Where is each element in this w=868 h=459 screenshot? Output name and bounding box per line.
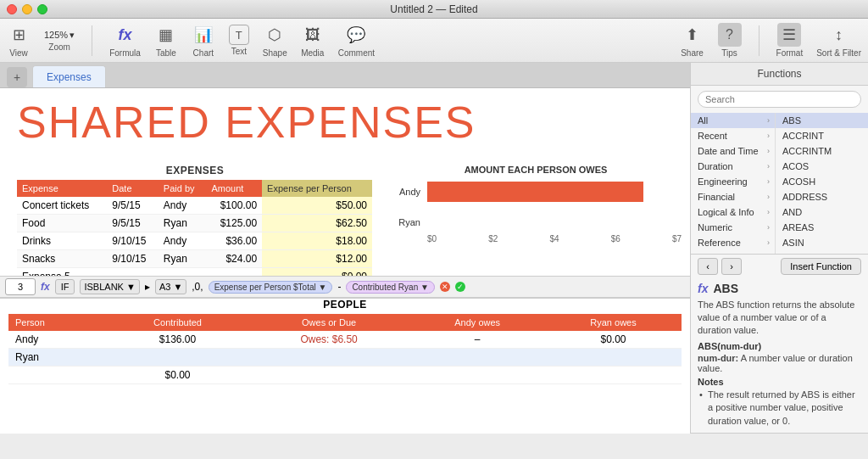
fn-detail-params: num-dur: A number value or duration valu…: [698, 353, 861, 373]
fn-and[interactable]: AND: [776, 204, 868, 220]
view-icon[interactable]: ⊞: [7, 23, 31, 47]
comment-group: 💬 Comment: [338, 23, 375, 58]
fx-symbol: fx: [41, 281, 50, 293]
table-row-selected[interactable]: Ryan: [8, 349, 682, 367]
format-icon[interactable]: ☰: [777, 23, 801, 47]
if-dropdown[interactable]: IF: [55, 279, 75, 294]
fn-accrint[interactable]: ACCRINT: [776, 128, 868, 143]
comment-label: Comment: [338, 48, 375, 58]
expenses-left-panel: EXPENSES Expense Date Paid by Amount Exp…: [17, 165, 373, 276]
table-row: Andy $136.00 Owes: $6.50 – $0.00: [8, 331, 682, 349]
functions-search-input[interactable]: [698, 91, 861, 108]
fn-prev-button[interactable]: ‹: [698, 258, 718, 275]
chart-label: Chart: [193, 48, 214, 58]
isblank-dropdown[interactable]: ISBLANK ▼: [80, 279, 139, 294]
media-label: Media: [301, 48, 324, 58]
view-label: View: [9, 48, 28, 58]
people-title: PEOPLE: [8, 299, 682, 311]
fn-acosh[interactable]: ACOSH: [776, 174, 868, 189]
category-financial[interactable]: Financial ›: [691, 189, 775, 204]
text-group: T Text: [229, 25, 249, 56]
col-per-person: Expense per Person: [262, 180, 372, 197]
contributed-tag[interactable]: Contributed Ryan ▼: [346, 281, 435, 294]
minimize-button[interactable]: [22, 4, 32, 14]
andy-bar: [427, 182, 643, 202]
fullscreen-button[interactable]: [37, 4, 47, 14]
category-duration[interactable]: Duration ›: [691, 159, 775, 174]
category-numeric[interactable]: Numeric ›: [691, 220, 775, 235]
media-icon[interactable]: 🖼: [301, 23, 325, 47]
col-expense: Expense: [17, 180, 107, 197]
shape-icon[interactable]: ⬡: [263, 23, 287, 47]
separator: [92, 25, 92, 56]
chart-title: AMOUNT EACH PERSON OWES: [381, 165, 690, 175]
bottom-sheet: PEOPLE Person Contributed Owes or Due An…: [0, 298, 690, 434]
col-paidby: Paid by: [159, 180, 207, 197]
formula-icon[interactable]: fx: [113, 23, 136, 47]
ryan-label: Ryan: [390, 217, 420, 227]
ryan-bar-wrapper: [427, 212, 682, 232]
col-owes-due: Owes or Due: [248, 314, 410, 331]
fn-accrintm[interactable]: ACCRINTM: [776, 143, 868, 159]
table-label: Table: [156, 48, 176, 58]
functions-list: ABS ACCRINT ACCRINTM ACOS ACOSH ADDRESS …: [776, 113, 868, 254]
col-ryan-owes: Ryan owes: [545, 314, 682, 331]
andy-label: Andy: [390, 187, 420, 197]
category-date-time[interactable]: Date and Time ›: [691, 143, 775, 159]
table-group: ▦ Table: [154, 23, 178, 58]
insert-function-button[interactable]: Insert Function: [781, 258, 861, 275]
table-row: Concert tickets 9/5/15 Andy $100.00 $50.…: [17, 197, 372, 215]
fn-acos[interactable]: ACOS: [776, 159, 868, 174]
tips-group: ? Tips: [718, 23, 742, 58]
comment-icon[interactable]: 💬: [344, 23, 368, 47]
zoom-value[interactable]: 125% ▾: [44, 30, 75, 41]
category-reference[interactable]: Reference ›: [691, 235, 775, 250]
fn-asin[interactable]: ASIN: [776, 235, 868, 250]
cell-reference[interactable]: 3: [5, 278, 36, 295]
share-group: ⬆ Share: [681, 23, 704, 58]
add-tab-button[interactable]: +: [7, 67, 27, 87]
fn-address[interactable]: ADDRESS: [776, 189, 868, 204]
table-icon[interactable]: ▦: [154, 23, 178, 47]
sheet-area: + Expenses SHARED EXPENSES EXPENSES Expe…: [0, 63, 690, 434]
media-group: 🖼 Media: [301, 23, 325, 58]
col-contributed: Contributed: [107, 314, 248, 331]
expense-tag[interactable]: Expense per Person $Total ▼: [209, 281, 333, 294]
accept-formula-button[interactable]: ✓: [455, 282, 465, 292]
text-icon[interactable]: T: [229, 25, 249, 45]
view-group: ⊞ View: [7, 23, 31, 58]
people-section: PEOPLE Person Contributed Owes or Due An…: [0, 299, 690, 384]
fn-notes-title: Notes: [698, 377, 861, 387]
category-logical[interactable]: Logical & Info ›: [691, 204, 775, 220]
tab-bar: + Expenses: [0, 63, 690, 88]
fn-detail-area: fx ABS The ABS function returns the abso…: [691, 278, 868, 434]
formula-sep: ▸: [145, 281, 150, 293]
category-engineering[interactable]: Engineering ›: [691, 174, 775, 189]
fn-next-button[interactable]: ›: [721, 258, 742, 275]
chart-icon[interactable]: 📊: [192, 23, 215, 47]
andy-bar-wrapper: [427, 182, 682, 202]
close-button[interactable]: [7, 4, 17, 14]
fn-abs[interactable]: ABS: [776, 113, 868, 128]
table-row: Food 9/5/15 Ryan $125.00 $62.50: [17, 215, 372, 232]
tab-expenses[interactable]: Expenses: [32, 65, 106, 87]
expenses-section-title: EXPENSES: [17, 165, 373, 176]
separator-2: [759, 25, 760, 56]
sort-filter-icon[interactable]: ↕: [827, 23, 851, 47]
andy-bar-row: Andy: [390, 182, 682, 202]
share-icon[interactable]: ⬆: [681, 23, 704, 47]
cancel-formula-button[interactable]: ✕: [440, 282, 450, 292]
fn-areas[interactable]: AREAS: [776, 220, 868, 235]
format-label: Format: [776, 48, 804, 58]
tips-icon[interactable]: ?: [718, 23, 742, 47]
category-all[interactable]: All ›: [691, 113, 775, 128]
category-recent[interactable]: Recent ›: [691, 128, 775, 143]
chart-group: 📊 Chart: [192, 23, 215, 58]
tips-label: Tips: [721, 48, 737, 58]
toolbar: ⊞ View 125% ▾ Zoom fx Formula ▦ Table 📊 …: [0, 19, 868, 63]
functions-content: All › Recent › Date and Time › Duration …: [691, 113, 868, 254]
table-row: Snacks 9/10/15 Ryan $24.00 $12.00: [17, 250, 372, 268]
a3-dropdown[interactable]: A3 ▼: [155, 279, 186, 294]
shape-group: ⬡ Shape: [263, 23, 287, 58]
shape-label: Shape: [263, 48, 287, 58]
